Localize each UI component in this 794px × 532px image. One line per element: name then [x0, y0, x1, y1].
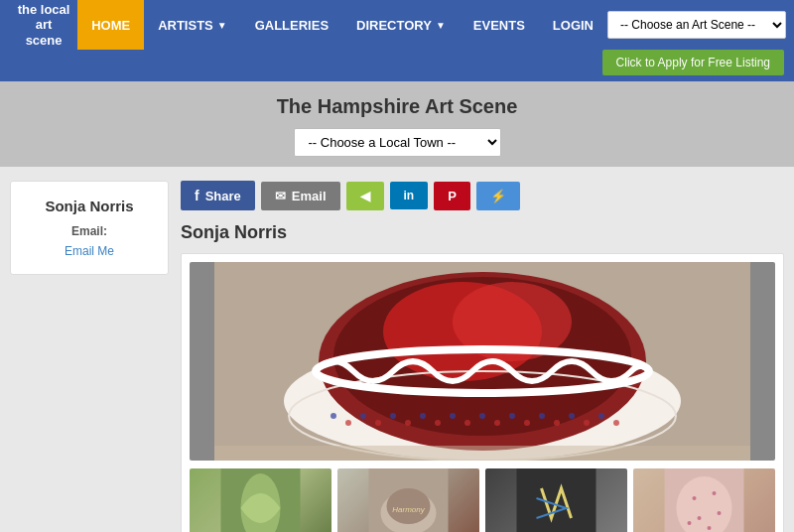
svg-point-10 [375, 420, 381, 426]
nav-home[interactable]: HOME [77, 0, 144, 50]
facebook-share-label: Share [205, 189, 241, 203]
svg-point-19 [509, 413, 515, 419]
svg-point-11 [390, 413, 396, 419]
pinterest-button[interactable]: P [434, 182, 470, 210]
email-icon: ✉ [275, 189, 286, 203]
svg-rect-28 [214, 446, 750, 461]
facebook-icon: f [195, 188, 199, 203]
svg-point-16 [464, 420, 470, 426]
svg-point-39 [713, 491, 717, 495]
facebook-share-button[interactable]: f Share [181, 181, 255, 210]
svg-point-20 [524, 420, 530, 426]
svg-point-13 [420, 413, 426, 419]
sidebar-artist-name: Sonja Norris [23, 198, 156, 214]
thumbnails: Harmony [190, 468, 775, 532]
nav-events[interactable]: EVENTS [460, 0, 539, 50]
bowl-artwork [190, 262, 775, 461]
content-area: f Share ✉ Email ◀ in P ⚡ Sonja Norris [181, 181, 784, 532]
svg-text:Harmony: Harmony [392, 505, 425, 514]
page-header: The Hampshire Art Scene -- Choose a Loca… [0, 81, 794, 167]
svg-point-42 [688, 521, 692, 525]
logo-text: the local art scene [10, 2, 77, 49]
scene-select[interactable]: -- Choose an Art Scene -- [607, 11, 786, 39]
share-bar: f Share ✉ Email ◀ in P ⚡ [181, 181, 784, 210]
linkedin-icon: in [404, 189, 415, 202]
nav-directory[interactable]: DIRECTORY ▼ [342, 0, 460, 50]
svg-point-23 [569, 413, 575, 419]
nav-login[interactable]: LOGIN [539, 0, 607, 50]
messenger-button[interactable]: ⚡ [476, 182, 520, 210]
svg-point-15 [450, 413, 456, 419]
directory-dropdown-arrow: ▼ [436, 20, 446, 31]
svg-point-22 [554, 420, 560, 426]
svg-point-18 [494, 420, 500, 426]
free-listing-bar: Click to Apply for Free Listing [0, 50, 794, 81]
svg-point-38 [693, 496, 697, 500]
email-label: Email: [23, 224, 156, 238]
svg-point-8 [345, 420, 351, 426]
svg-point-24 [584, 420, 590, 426]
artist-title: Sonja Norris [181, 222, 784, 243]
thumbnail-3[interactable] [485, 468, 627, 532]
pinterest-icon: P [448, 189, 457, 203]
email-share-label: Email [292, 189, 327, 203]
linkedin-button[interactable]: in [390, 182, 429, 209]
email-me-link[interactable]: Email Me [65, 244, 114, 258]
svg-point-21 [539, 413, 545, 419]
town-select[interactable]: -- Choose a Local Town -- [294, 128, 501, 157]
svg-point-25 [598, 413, 604, 419]
svg-point-43 [708, 526, 712, 530]
main-content: Sonja Norris Email: Email Me f Share ✉ E… [0, 167, 794, 532]
artist-card: Sonja Norris Email: Email Me [10, 181, 169, 275]
thumbnail-4[interactable] [633, 468, 775, 532]
thumbnail-1[interactable] [190, 468, 331, 532]
sharethis-icon: ◀ [360, 189, 370, 203]
nav-artists[interactable]: ARTISTS ▼ [144, 0, 241, 50]
sidebar: Sonja Norris Email: Email Me [10, 181, 169, 532]
svg-point-14 [435, 420, 441, 426]
svg-point-26 [613, 420, 619, 426]
artists-dropdown-arrow: ▼ [217, 20, 227, 31]
nav-galleries[interactable]: GALLERIES [241, 0, 342, 50]
main-image[interactable] [190, 262, 775, 461]
thumbnail-2[interactable]: Harmony [337, 468, 479, 532]
free-listing-button[interactable]: Click to Apply for Free Listing [602, 50, 784, 75]
nav-items: HOME ARTISTS ▼ GALLERIES DIRECTORY ▼ EVE… [77, 0, 794, 50]
svg-point-7 [331, 413, 336, 419]
svg-point-41 [718, 511, 722, 515]
sharethis-button[interactable]: ◀ [346, 182, 384, 210]
top-navigation: the local art scene HOME ARTISTS ▼ GALLE… [0, 0, 794, 50]
email-share-button[interactable]: ✉ Email [261, 182, 340, 210]
svg-point-12 [405, 420, 411, 426]
messenger-icon: ⚡ [490, 189, 506, 203]
svg-point-40 [698, 516, 702, 520]
page-title: The Hampshire Art Scene [0, 95, 794, 118]
svg-point-17 [479, 413, 485, 419]
svg-point-9 [360, 413, 366, 419]
logo[interactable]: the local art scene [10, 2, 77, 49]
gallery-container: Harmony [181, 253, 784, 532]
